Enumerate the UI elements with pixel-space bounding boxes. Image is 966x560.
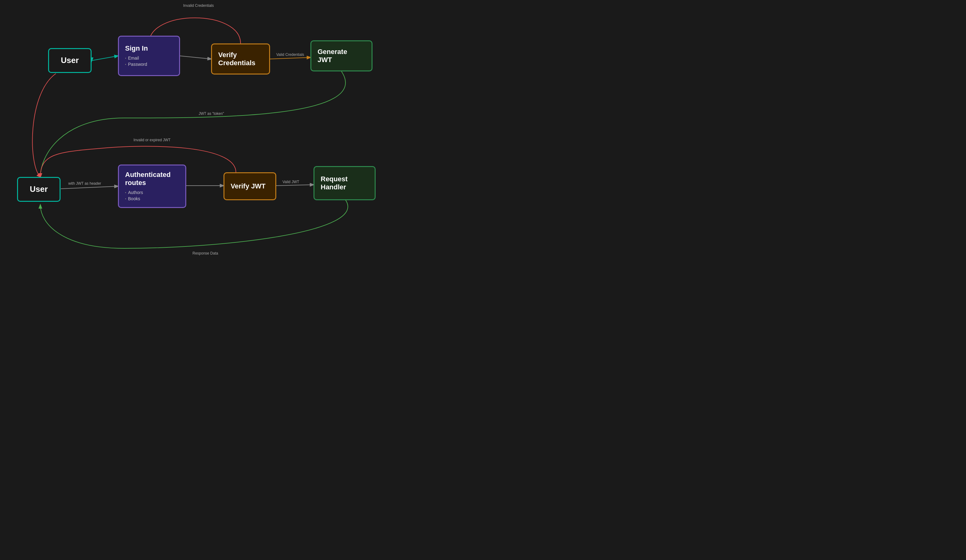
user-top-node: User [48,48,92,73]
auth-routes-title: Authenticatedroutes [125,171,179,187]
user-to-auth-arrow [61,186,118,189]
auth-routes-list: Authors Books [125,189,179,202]
valid-cred-label: Valid Credentials [276,53,304,57]
user-bottom-label: User [24,184,53,194]
request-handler-node: RequestHandler [314,166,376,200]
verify-to-request-arrow [276,185,314,186]
response-data-label: Response Data [192,251,218,256]
generate-jwt-node: GenerateJWT [310,40,373,71]
sign-in-email: Email [125,55,173,61]
user-bottom-node: User [17,177,61,202]
user-top-label: User [55,56,84,65]
auth-routes-books: Books [125,195,179,202]
user-to-signin-arrow [92,56,118,61]
valid-jwt-label: Valid JWT [283,180,299,184]
verify-credentials-node: VerifyCredentials [211,43,270,74]
sign-in-title: Sign In [125,44,173,53]
valid-cred-arrow [270,57,310,59]
verify-jwt-title: Verify JWT [231,182,269,190]
sign-in-list: Email Password [125,55,173,67]
sign-in-password: Password [125,61,173,67]
sign-in-node: Sign In Email Password [118,36,180,76]
with-jwt-header-label: with JWT as header [68,181,101,186]
response-data-arc [40,199,348,248]
auth-routes-node: Authenticatedroutes Authors Books [118,164,186,208]
diagram-container: Invalid Credentials Valid Credentials JW… [0,0,483,280]
verify-jwt-node: Verify JWT [223,172,276,200]
generate-jwt-title: GenerateJWT [317,48,365,64]
invalid-jwt-label: Invalid or expired JWT [133,138,171,142]
verify-cred-title: VerifyCredentials [218,51,263,67]
arrows-svg: Invalid Credentials Valid Credentials JW… [0,0,483,280]
jwt-token-arc [40,71,345,177]
invalid-cred-label: Invalid Credentials [183,3,214,8]
user-top-to-bottom-red [32,74,56,177]
signin-to-verify-arrow [180,56,211,59]
auth-routes-authors: Authors [125,189,179,195]
jwt-token-label: JWT as "token" [199,112,224,116]
request-handler-title: RequestHandler [320,175,368,192]
